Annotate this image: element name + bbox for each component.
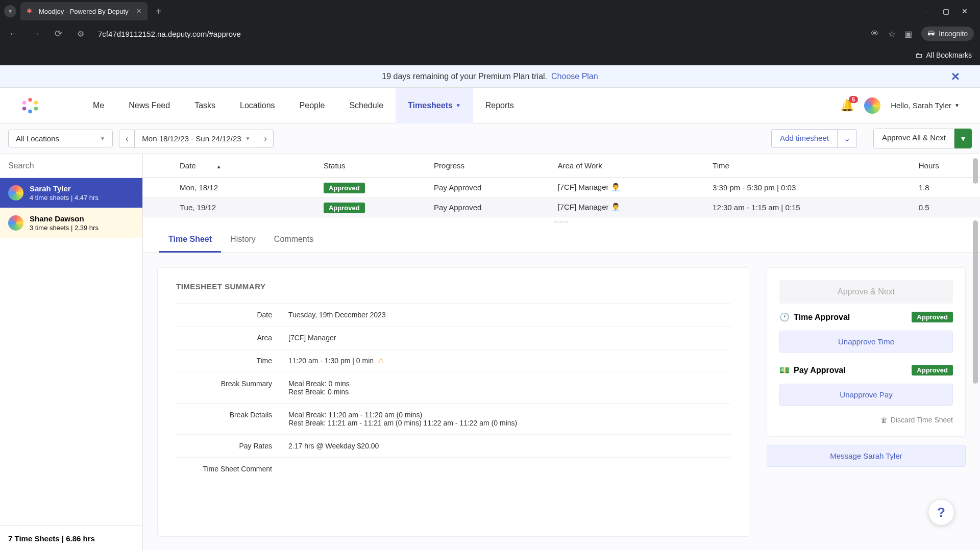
incognito-icon: 🕶: [927, 30, 935, 38]
col-date[interactable]: Date▲: [143, 154, 317, 178]
bookmarks-folder-icon: 🗀: [915, 51, 922, 59]
tab-favicon-icon: ✱: [27, 7, 35, 15]
all-bookmarks-link[interactable]: All Bookmarks: [926, 51, 972, 59]
side-panel-icon[interactable]: ▣: [904, 29, 912, 39]
svg-point-3: [28, 109, 32, 113]
nav-timesheets[interactable]: Timesheets▼: [396, 88, 473, 123]
reload-button[interactable]: ⟳: [51, 27, 65, 41]
notifications-button[interactable]: 🔔 5: [840, 99, 854, 112]
nav-schedule[interactable]: Schedule: [337, 88, 396, 123]
new-tab-button[interactable]: +: [156, 6, 162, 17]
svg-point-0: [28, 97, 32, 102]
employee-item-sarah[interactable]: Sarah Tyler 4 time sheets | 4.47 hrs: [0, 178, 142, 208]
sidebar-total: 7 Time Sheets | 6.86 hrs: [0, 525, 142, 551]
visibility-off-icon[interactable]: 👁: [871, 29, 879, 38]
sort-asc-icon: ▲: [216, 164, 222, 169]
trial-banner: 19 days remaining of your Premium Plan t…: [0, 65, 980, 88]
user-menu[interactable]: Hello, Sarah Tyler ▼: [891, 101, 960, 110]
browser-tab[interactable]: ✱ Moodjoy - Powered By Deputy ×: [20, 2, 148, 20]
prev-week-button[interactable]: ‹: [119, 130, 135, 148]
unapprove-time-button[interactable]: Unapprove Time: [779, 331, 953, 353]
summary-heading: TIMESHEET SUMMARY: [176, 282, 731, 291]
scrollbar-thumb[interactable]: [973, 220, 978, 384]
resize-handle[interactable]: ═══: [143, 217, 980, 226]
close-tab-icon[interactable]: ×: [137, 7, 141, 16]
approve-all-button[interactable]: Approve All & Next: [873, 129, 954, 148]
bookmark-star-icon[interactable]: ☆: [888, 29, 895, 39]
nav-reports[interactable]: Reports: [473, 88, 526, 123]
manager-icon: 👨‍💼: [611, 183, 621, 191]
close-banner-icon[interactable]: ×: [951, 68, 960, 85]
chevron-down-icon: ▼: [246, 136, 251, 141]
location-select[interactable]: All Locations ▼: [8, 130, 113, 147]
next-week-button[interactable]: ›: [258, 130, 274, 148]
notification-badge: 5: [849, 96, 858, 103]
nav-me[interactable]: Me: [81, 88, 116, 123]
url-bar[interactable]: 7cf47d19112152.na.deputy.com/#approve: [94, 30, 863, 38]
choose-plan-link[interactable]: Choose Plan: [551, 72, 598, 81]
main-nav-items: Me News Feed Tasks Locations People Sche…: [81, 88, 526, 123]
status-badge: Approved: [912, 312, 953, 322]
trash-icon: 🗑: [880, 416, 888, 424]
employee-name: Shane Dawson: [30, 214, 99, 223]
add-timesheet-dropdown[interactable]: ⌄: [838, 129, 857, 148]
nav-news-feed[interactable]: News Feed: [116, 88, 182, 123]
tab-comments[interactable]: Comments: [265, 228, 323, 253]
tab-time-sheet[interactable]: Time Sheet: [159, 228, 221, 253]
money-icon: 💵: [779, 365, 790, 375]
tab-list-dropdown[interactable]: ▾: [4, 5, 16, 17]
svg-point-4: [22, 106, 27, 110]
unapprove-pay-button[interactable]: Unapprove Pay: [779, 384, 953, 406]
minimize-icon[interactable]: —: [923, 7, 930, 15]
status-badge: Approved: [912, 365, 953, 375]
col-area[interactable]: Area of Work: [551, 154, 706, 178]
tab-title: Moodjoy - Powered By Deputy: [39, 8, 129, 15]
logo-icon[interactable]: [20, 96, 40, 115]
nav-tasks[interactable]: Tasks: [182, 88, 228, 123]
chevron-down-icon: ▼: [954, 103, 960, 108]
avatar-icon: [8, 215, 23, 231]
chevron-down-icon: ▼: [456, 103, 461, 108]
close-window-icon[interactable]: ✕: [962, 7, 968, 15]
col-status[interactable]: Status: [317, 154, 428, 178]
tab-history[interactable]: History: [221, 228, 265, 253]
status-badge: Approved: [324, 183, 365, 193]
approve-all-dropdown[interactable]: ▾: [954, 129, 972, 148]
approval-actions-card: Approve & Next 🕐Time Approval Approved U…: [767, 267, 966, 437]
employee-item-shane[interactable]: Shane Dawson 3 time sheets | 2.39 hrs: [0, 208, 142, 238]
scrollbar-thumb[interactable]: [973, 158, 978, 184]
employee-meta: 4 time sheets | 4.47 hrs: [30, 194, 99, 202]
table-row[interactable]: Mon, 18/12 Approved Pay Approved [7CF] M…: [143, 178, 980, 197]
employee-meta: 3 time sheets | 2.39 hrs: [30, 224, 99, 232]
site-info-icon[interactable]: ⚙: [74, 29, 88, 39]
svg-point-5: [22, 101, 27, 105]
back-button[interactable]: ←: [6, 27, 20, 41]
nav-people[interactable]: People: [287, 88, 337, 123]
user-avatar-icon[interactable]: [864, 97, 880, 114]
maximize-icon[interactable]: ▢: [943, 7, 949, 15]
search-input[interactable]: [8, 161, 134, 170]
nav-locations[interactable]: Locations: [228, 88, 287, 123]
col-hours[interactable]: Hours: [913, 154, 980, 178]
timesheet-summary-card: TIMESHEET SUMMARY Date Tuesday, 19th Dec…: [157, 267, 750, 537]
warning-icon: ⚠: [378, 357, 384, 365]
chevron-down-icon: ▼: [100, 136, 105, 141]
forward-button[interactable]: →: [29, 27, 43, 41]
employee-name: Sarah Tyler: [30, 184, 99, 193]
table-row[interactable]: Tue, 19/12 Approved Pay Approved [7CF] M…: [143, 197, 980, 217]
message-user-button[interactable]: Message Sarah Tyler: [767, 445, 966, 467]
add-timesheet-button[interactable]: Add timesheet: [771, 129, 838, 148]
svg-point-1: [34, 101, 38, 105]
trial-text: 19 days remaining of your Premium Plan t…: [382, 72, 547, 81]
incognito-badge[interactable]: 🕶 Incognito: [921, 27, 974, 41]
clock-icon: 🕐: [779, 312, 790, 322]
status-badge: Approved: [324, 203, 365, 213]
svg-point-2: [34, 106, 38, 110]
avatar-icon: [8, 185, 23, 201]
date-range-picker[interactable]: Mon 18/12/23 - Sun 24/12/23 ▼: [135, 130, 257, 147]
approve-next-button[interactable]: Approve & Next: [779, 280, 953, 304]
col-time[interactable]: Time: [706, 154, 913, 178]
col-progress[interactable]: Progress: [428, 154, 551, 178]
discard-timesheet-link[interactable]: 🗑 Discard Time Sheet: [779, 416, 953, 424]
help-button[interactable]: ?: [928, 499, 954, 525]
